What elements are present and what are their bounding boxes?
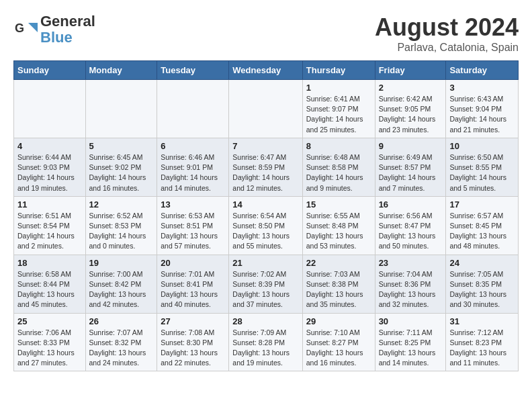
day-number: 27 <box>161 316 225 326</box>
day-cell: 21Sunrise: 7:02 AM Sunset: 8:39 PM Dayli… <box>229 255 302 313</box>
day-cell <box>14 80 86 138</box>
day-number: 22 <box>306 258 371 268</box>
day-info: Sunrise: 6:58 AM Sunset: 8:44 PM Dayligh… <box>17 269 82 310</box>
day-info: Sunrise: 6:50 AM Sunset: 8:55 PM Dayligh… <box>449 152 515 193</box>
day-info: Sunrise: 7:07 AM Sunset: 8:32 PM Dayligh… <box>89 328 154 369</box>
day-number: 1 <box>306 83 371 93</box>
day-cell: 24Sunrise: 7:05 AM Sunset: 8:35 PM Dayli… <box>446 255 519 313</box>
day-info: Sunrise: 7:08 AM Sunset: 8:30 PM Dayligh… <box>161 328 225 369</box>
day-info: Sunrise: 7:03 AM Sunset: 8:38 PM Dayligh… <box>306 269 371 310</box>
day-cell: 20Sunrise: 7:01 AM Sunset: 8:41 PM Dayli… <box>157 255 229 313</box>
day-cell: 12Sunrise: 6:52 AM Sunset: 8:53 PM Dayli… <box>85 196 157 255</box>
day-info: Sunrise: 7:12 AM Sunset: 8:23 PM Dayligh… <box>449 328 515 369</box>
week-row-5: 25Sunrise: 7:06 AM Sunset: 8:33 PM Dayli… <box>14 313 519 371</box>
day-number: 13 <box>161 199 225 210</box>
day-number: 7 <box>232 141 298 151</box>
logo-line1: General <box>40 13 95 30</box>
day-cell: 26Sunrise: 7:07 AM Sunset: 8:32 PM Dayli… <box>85 313 157 371</box>
day-number: 23 <box>379 258 443 268</box>
day-cell <box>229 80 302 138</box>
day-info: Sunrise: 6:55 AM Sunset: 8:48 PM Dayligh… <box>306 211 371 252</box>
day-number: 19 <box>89 258 154 268</box>
logo: G General Blue <box>13 13 95 46</box>
day-cell: 5Sunrise: 6:45 AM Sunset: 9:02 PM Daylig… <box>85 138 157 196</box>
day-cell: 9Sunrise: 6:49 AM Sunset: 8:57 PM Daylig… <box>375 138 446 196</box>
day-number: 16 <box>379 199 443 210</box>
day-cell: 16Sunrise: 6:56 AM Sunset: 8:47 PM Dayli… <box>375 196 446 255</box>
day-cell: 27Sunrise: 7:08 AM Sunset: 8:30 PM Dayli… <box>157 313 229 371</box>
day-number: 6 <box>161 141 225 151</box>
day-cell <box>157 80 229 138</box>
day-number: 12 <box>89 199 154 210</box>
weekday-header-monday: Monday <box>85 61 157 80</box>
day-number: 17 <box>449 199 515 210</box>
day-info: Sunrise: 6:54 AM Sunset: 8:50 PM Dayligh… <box>232 211 298 252</box>
day-info: Sunrise: 6:53 AM Sunset: 8:51 PM Dayligh… <box>161 211 225 252</box>
day-info: Sunrise: 6:43 AM Sunset: 9:04 PM Dayligh… <box>449 94 515 135</box>
logo-text: General Blue <box>40 13 95 46</box>
day-cell: 3Sunrise: 6:43 AM Sunset: 9:04 PM Daylig… <box>446 80 519 138</box>
day-info: Sunrise: 7:01 AM Sunset: 8:41 PM Dayligh… <box>161 269 225 310</box>
day-cell: 10Sunrise: 6:50 AM Sunset: 8:55 PM Dayli… <box>446 138 519 196</box>
day-number: 24 <box>449 258 515 268</box>
month-title: August 2024 <box>375 13 519 42</box>
day-info: Sunrise: 7:00 AM Sunset: 8:42 PM Dayligh… <box>89 269 154 310</box>
title-block: August 2024 Parlava, Catalonia, Spain <box>375 13 519 54</box>
day-info: Sunrise: 7:04 AM Sunset: 8:36 PM Dayligh… <box>379 269 443 310</box>
logo-line2: Blue <box>40 30 95 46</box>
day-cell: 6Sunrise: 6:46 AM Sunset: 9:01 PM Daylig… <box>157 138 229 196</box>
day-info: Sunrise: 7:05 AM Sunset: 8:35 PM Dayligh… <box>449 269 515 310</box>
day-info: Sunrise: 6:47 AM Sunset: 8:59 PM Dayligh… <box>232 152 298 193</box>
day-number: 8 <box>306 141 371 151</box>
day-number: 2 <box>379 83 443 93</box>
day-info: Sunrise: 6:48 AM Sunset: 8:58 PM Dayligh… <box>306 152 371 193</box>
day-info: Sunrise: 6:45 AM Sunset: 9:02 PM Dayligh… <box>89 152 154 193</box>
day-cell: 15Sunrise: 6:55 AM Sunset: 8:48 PM Dayli… <box>302 196 375 255</box>
week-row-2: 4Sunrise: 6:44 AM Sunset: 9:03 PM Daylig… <box>14 138 519 196</box>
day-info: Sunrise: 7:09 AM Sunset: 8:28 PM Dayligh… <box>232 328 298 369</box>
day-number: 14 <box>232 199 298 210</box>
day-number: 28 <box>232 316 298 326</box>
day-cell: 30Sunrise: 7:11 AM Sunset: 8:25 PM Dayli… <box>375 313 446 371</box>
day-cell: 28Sunrise: 7:09 AM Sunset: 8:28 PM Dayli… <box>229 313 302 371</box>
day-number: 9 <box>379 141 443 151</box>
day-number: 31 <box>449 316 515 326</box>
day-cell: 13Sunrise: 6:53 AM Sunset: 8:51 PM Dayli… <box>157 196 229 255</box>
day-number: 29 <box>306 316 371 326</box>
weekday-header-wednesday: Wednesday <box>229 61 302 80</box>
day-number: 15 <box>306 199 371 210</box>
weekday-header-sunday: Sunday <box>14 61 86 80</box>
day-cell: 7Sunrise: 6:47 AM Sunset: 8:59 PM Daylig… <box>229 138 302 196</box>
day-info: Sunrise: 6:41 AM Sunset: 9:07 PM Dayligh… <box>306 94 371 135</box>
day-cell: 18Sunrise: 6:58 AM Sunset: 8:44 PM Dayli… <box>14 255 86 313</box>
day-number: 18 <box>17 258 82 268</box>
day-info: Sunrise: 6:52 AM Sunset: 8:53 PM Dayligh… <box>89 211 154 252</box>
day-info: Sunrise: 6:44 AM Sunset: 9:03 PM Dayligh… <box>17 152 82 193</box>
day-info: Sunrise: 6:49 AM Sunset: 8:57 PM Dayligh… <box>379 152 443 193</box>
weekday-header-saturday: Saturday <box>446 61 519 80</box>
day-number: 5 <box>89 141 154 151</box>
day-info: Sunrise: 6:57 AM Sunset: 8:45 PM Dayligh… <box>449 211 515 252</box>
day-cell: 11Sunrise: 6:51 AM Sunset: 8:54 PM Dayli… <box>14 196 86 255</box>
page-header: G General Blue August 2024 Parlava, Cata… <box>13 13 519 54</box>
day-cell: 31Sunrise: 7:12 AM Sunset: 8:23 PM Dayli… <box>446 313 519 371</box>
day-cell: 23Sunrise: 7:04 AM Sunset: 8:36 PM Dayli… <box>375 255 446 313</box>
day-cell: 1Sunrise: 6:41 AM Sunset: 9:07 PM Daylig… <box>302 80 375 138</box>
day-number: 10 <box>449 141 515 151</box>
svg-marker-1 <box>28 23 38 32</box>
day-info: Sunrise: 6:42 AM Sunset: 9:05 PM Dayligh… <box>379 94 443 135</box>
day-number: 30 <box>379 316 443 326</box>
day-number: 20 <box>161 258 225 268</box>
week-row-4: 18Sunrise: 6:58 AM Sunset: 8:44 PM Dayli… <box>14 255 519 313</box>
day-cell: 17Sunrise: 6:57 AM Sunset: 8:45 PM Dayli… <box>446 196 519 255</box>
day-cell: 8Sunrise: 6:48 AM Sunset: 8:58 PM Daylig… <box>302 138 375 196</box>
week-row-1: 1Sunrise: 6:41 AM Sunset: 9:07 PM Daylig… <box>14 80 519 138</box>
day-cell: 4Sunrise: 6:44 AM Sunset: 9:03 PM Daylig… <box>14 138 86 196</box>
week-row-3: 11Sunrise: 6:51 AM Sunset: 8:54 PM Dayli… <box>14 196 519 255</box>
day-cell: 19Sunrise: 7:00 AM Sunset: 8:42 PM Dayli… <box>85 255 157 313</box>
day-number: 3 <box>449 83 515 93</box>
weekday-header-tuesday: Tuesday <box>157 61 229 80</box>
day-cell <box>85 80 157 138</box>
day-info: Sunrise: 6:56 AM Sunset: 8:47 PM Dayligh… <box>379 211 443 252</box>
weekday-header-row: SundayMondayTuesdayWednesdayThursdayFrid… <box>14 61 519 80</box>
